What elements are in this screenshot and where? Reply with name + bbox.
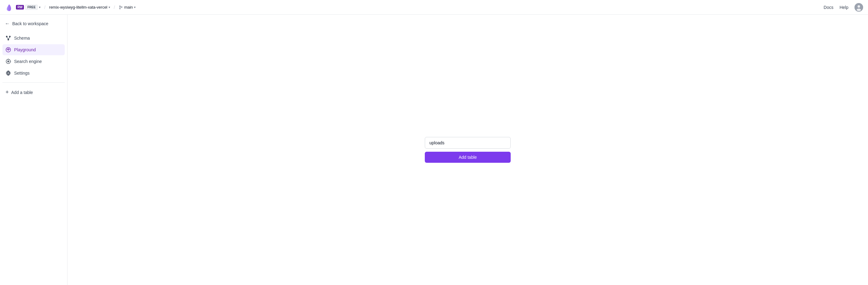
sidebar-divider bbox=[2, 82, 65, 83]
svg-point-17 bbox=[8, 61, 8, 62]
add-table-form: Add table bbox=[425, 137, 511, 163]
project-name: remix-wysiwyg-litellm-xata-vercel bbox=[49, 5, 107, 9]
back-to-workspace-link[interactable]: ← Back to workspace bbox=[0, 17, 67, 30]
back-arrow-icon: ← bbox=[5, 21, 10, 26]
nav-separator-2: / bbox=[114, 5, 115, 10]
workspace-initials: RW bbox=[16, 5, 24, 9]
sidebar-item-schema[interactable]: Schema bbox=[2, 33, 65, 44]
svg-line-10 bbox=[7, 37, 8, 39]
search-engine-icon bbox=[5, 59, 11, 64]
branch-icon bbox=[119, 5, 123, 9]
branch-name: main bbox=[124, 5, 133, 9]
nav-separator-1: / bbox=[44, 5, 45, 10]
schema-icon bbox=[5, 35, 11, 41]
topnav-left: RW FREE ▾ / remix-wysiwyg-litellm-xata-v… bbox=[5, 3, 135, 12]
branch-selector[interactable]: main ▾ bbox=[119, 5, 135, 9]
svg-point-20 bbox=[8, 73, 9, 74]
help-link[interactable]: Help bbox=[839, 5, 848, 10]
svg-point-0 bbox=[119, 5, 120, 6]
plus-icon: + bbox=[5, 89, 9, 95]
project-selector[interactable]: remix-wysiwyg-litellm-xata-vercel ▾ bbox=[49, 5, 110, 9]
topnav-right: Docs Help bbox=[824, 3, 863, 12]
sidebar-item-playground[interactable]: Playground bbox=[2, 44, 65, 55]
add-table-button[interactable]: Add table bbox=[425, 152, 511, 163]
branch-chevron-icon[interactable]: ▾ bbox=[134, 5, 135, 9]
playground-label: Playground bbox=[14, 47, 36, 52]
workspace-plan-badge: FREE bbox=[25, 5, 38, 10]
sidebar: ← Back to workspace Schema bbox=[0, 15, 67, 285]
sidebar-navigation: Schema Playground bbox=[0, 33, 67, 79]
docs-link[interactable]: Docs bbox=[824, 5, 833, 10]
top-navigation: RW FREE ▾ / remix-wysiwyg-litellm-xata-v… bbox=[0, 0, 868, 15]
workspace-selector[interactable]: RW FREE ▾ bbox=[16, 5, 40, 10]
svg-point-6 bbox=[857, 8, 861, 11]
svg-point-1 bbox=[119, 8, 120, 9]
sidebar-item-search-engine[interactable]: Search engine bbox=[2, 56, 65, 67]
search-engine-label: Search engine bbox=[14, 59, 42, 64]
main-layout: ← Back to workspace Schema bbox=[0, 15, 868, 285]
schema-label: Schema bbox=[14, 36, 30, 40]
svg-point-8 bbox=[9, 36, 11, 37]
main-content: Add table bbox=[67, 15, 868, 285]
project-chevron-icon[interactable]: ▾ bbox=[108, 5, 110, 9]
playground-icon bbox=[5, 47, 11, 53]
add-table-sidebar-label: Add a table bbox=[11, 90, 33, 95]
svg-point-7 bbox=[6, 36, 8, 37]
workspace-chevron-icon[interactable]: ▾ bbox=[39, 5, 40, 9]
svg-point-9 bbox=[8, 39, 9, 40]
svg-line-11 bbox=[8, 37, 10, 39]
add-table-sidebar-button[interactable]: + Add a table bbox=[2, 86, 65, 98]
settings-icon bbox=[5, 70, 11, 76]
back-to-workspace-label: Back to workspace bbox=[12, 21, 49, 26]
user-avatar[interactable] bbox=[855, 3, 863, 12]
table-name-input[interactable] bbox=[425, 137, 511, 149]
settings-label: Settings bbox=[14, 70, 30, 76]
app-logo[interactable] bbox=[5, 3, 13, 12]
sidebar-item-settings[interactable]: Settings bbox=[2, 67, 65, 79]
svg-point-5 bbox=[858, 5, 860, 8]
